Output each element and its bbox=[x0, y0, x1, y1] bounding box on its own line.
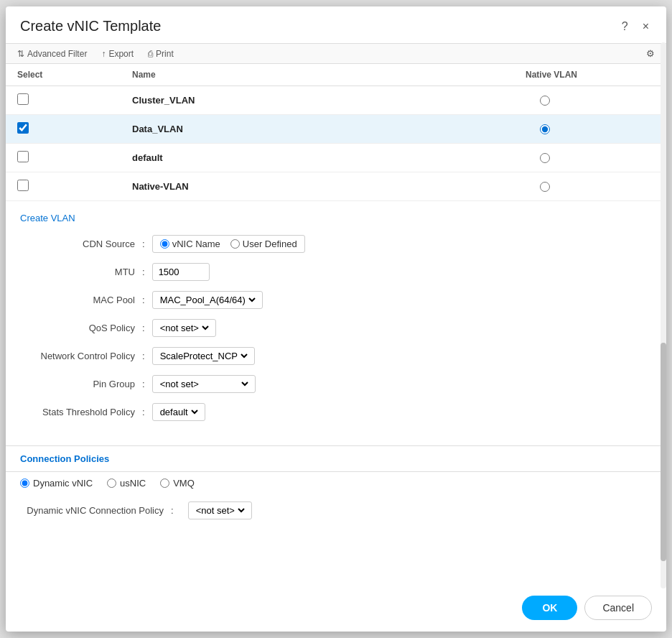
mac-pool-label: MAC Pool bbox=[20, 295, 142, 305]
export-button[interactable]: ↑ Export bbox=[101, 49, 134, 59]
row-default-native bbox=[526, 153, 655, 163]
mtu-control bbox=[152, 263, 210, 281]
mac-pool-row: MAC Pool : MAC_Pool_A(64/64) bbox=[20, 291, 652, 309]
stats-threshold-policy-select[interactable]: default bbox=[157, 406, 200, 418]
pin-group-select-wrapper: <not set> bbox=[152, 375, 256, 393]
col-native-vlan: Native VLAN bbox=[526, 70, 655, 80]
usnic-option[interactable]: usNIC bbox=[107, 478, 146, 489]
create-vnic-template-dialog: Create vNIC Template ? × ⇅ Advanced Filt… bbox=[6, 6, 666, 632]
row-data-vlan-name: Data_VLAN bbox=[132, 124, 526, 134]
row-select-cell bbox=[17, 180, 132, 193]
native-vlan-checkbox[interactable] bbox=[17, 180, 29, 191]
user-defined-option[interactable]: User Defined bbox=[230, 239, 297, 249]
stats-threshold-policy-control: default bbox=[152, 403, 205, 421]
header-icons: ? × bbox=[619, 19, 652, 34]
stats-select-wrapper: default bbox=[152, 403, 205, 421]
export-icon: ↑ bbox=[101, 49, 106, 59]
table-row: Data_VLAN bbox=[6, 115, 666, 144]
row-default-name: default bbox=[132, 152, 526, 163]
vmq-option[interactable]: VMQ bbox=[160, 478, 195, 489]
table-row: Native-VLAN bbox=[6, 172, 666, 201]
connection-type-row: Dynamic vNIC usNIC VMQ bbox=[20, 472, 652, 494]
dialog-title: Create vNIC Template bbox=[20, 18, 161, 34]
col-name: Name bbox=[132, 70, 526, 80]
cdn-source-label: CDN Source bbox=[20, 239, 142, 249]
dynamic-vnic-radio[interactable] bbox=[20, 478, 29, 488]
stats-threshold-policy-label: Stats Threshold Policy bbox=[20, 407, 142, 417]
usnic-radio[interactable] bbox=[107, 478, 116, 488]
qos-policy-select[interactable]: <not set> bbox=[157, 322, 211, 334]
row-cluster-vlan-native bbox=[526, 96, 655, 106]
dialog-header: Create vNIC Template ? × bbox=[6, 6, 666, 43]
pin-group-select[interactable]: <not set> bbox=[157, 378, 251, 390]
dynamic-vnic-option[interactable]: Dynamic vNIC bbox=[20, 478, 93, 489]
mtu-label: MTU bbox=[20, 267, 142, 277]
default-radio[interactable] bbox=[540, 153, 550, 163]
advanced-filter-button[interactable]: ⇅ Advanced Filter bbox=[17, 49, 87, 59]
user-defined-radio[interactable] bbox=[230, 239, 240, 249]
qos-policy-label: QoS Policy bbox=[20, 323, 142, 333]
dialog-footer: OK Cancel bbox=[6, 584, 666, 632]
cluster-vlan-radio[interactable] bbox=[540, 96, 550, 106]
row-cluster-vlan-name: Cluster_VLAN bbox=[132, 95, 526, 106]
cdn-source-control: vNIC Name User Defined bbox=[152, 235, 305, 253]
mtu-row: MTU : bbox=[20, 263, 652, 281]
network-control-policy-control: ScaleProtect_NCP bbox=[152, 347, 255, 365]
scrollbar[interactable] bbox=[661, 42, 666, 588]
default-checkbox[interactable] bbox=[17, 151, 29, 162]
cancel-button[interactable]: Cancel bbox=[584, 596, 652, 620]
dynamic-vnic-connection-row: Dynamic vNIC Connection Policy : <not se… bbox=[20, 501, 652, 519]
network-control-policy-row: Network Control Policy : ScaleProtect_NC… bbox=[20, 347, 652, 365]
native-vlan-radio[interactable] bbox=[540, 182, 550, 192]
create-vlan-link[interactable]: Create VLAN bbox=[20, 213, 75, 223]
col-select: Select bbox=[17, 70, 132, 80]
row-select-cell bbox=[17, 122, 132, 136]
scrollbar-thumb[interactable] bbox=[661, 343, 666, 561]
ok-button[interactable]: OK bbox=[522, 596, 577, 620]
dynamic-vnic-select-wrapper: <not set> bbox=[188, 501, 252, 519]
pin-group-control: <not set> bbox=[152, 375, 256, 393]
vnic-name-option[interactable]: vNIC Name bbox=[160, 239, 220, 249]
table-row: default bbox=[6, 144, 666, 172]
qos-policy-select-wrapper: <not set> bbox=[152, 319, 216, 337]
cdn-source-radio-group: vNIC Name User Defined bbox=[152, 235, 305, 253]
dynamic-vnic-connection-control: <not set> bbox=[188, 501, 252, 519]
pin-group-row: Pin Group : <not set> bbox=[20, 375, 652, 393]
mac-pool-select[interactable]: MAC_Pool_A(64/64) bbox=[157, 294, 258, 306]
row-data-vlan-native bbox=[526, 124, 655, 134]
mtu-input[interactable] bbox=[152, 263, 210, 281]
network-control-policy-label: Network Control Policy bbox=[20, 351, 142, 361]
filter-icon: ⇅ bbox=[17, 49, 24, 59]
form-section: CDN Source : vNIC Name User Defined MTU bbox=[6, 223, 666, 443]
vmq-radio[interactable] bbox=[160, 478, 169, 488]
qos-policy-row: QoS Policy : <not set> bbox=[20, 319, 652, 337]
data-vlan-radio[interactable] bbox=[540, 124, 550, 134]
print-icon: ⎙ bbox=[148, 49, 153, 59]
row-select-cell bbox=[17, 93, 132, 107]
dynamic-vnic-connection-label: Dynamic vNIC Connection Policy bbox=[20, 505, 171, 516]
row-native-vlan-name: Native-VLAN bbox=[132, 181, 526, 192]
close-button[interactable]: × bbox=[640, 19, 652, 34]
dynamic-vnic-connection-select[interactable]: <not set> bbox=[193, 504, 247, 517]
table-row: Cluster_VLAN bbox=[6, 86, 666, 115]
row-native-vlan-native bbox=[526, 182, 655, 192]
vlan-table: Cluster_VLAN Data_VLAN default bbox=[6, 86, 666, 201]
mac-pool-select-wrapper: MAC_Pool_A(64/64) bbox=[152, 291, 263, 309]
mac-pool-control: MAC_Pool_A(64/64) bbox=[152, 291, 263, 309]
cdn-source-row: CDN Source : vNIC Name User Defined bbox=[20, 235, 652, 253]
vnic-name-radio[interactable] bbox=[160, 239, 169, 249]
cluster-vlan-checkbox[interactable] bbox=[17, 93, 29, 105]
settings-icon[interactable]: ⚙ bbox=[646, 48, 655, 59]
ncp-select[interactable]: ScaleProtect_NCP bbox=[157, 350, 250, 362]
toolbar: ⇅ Advanced Filter ↑ Export ⎙ Print ⚙ bbox=[6, 43, 666, 64]
pin-group-label: Pin Group bbox=[20, 379, 142, 389]
ncp-select-wrapper: ScaleProtect_NCP bbox=[152, 347, 255, 365]
create-vlan-section: Create VLAN bbox=[6, 201, 666, 223]
row-select-cell bbox=[17, 151, 132, 165]
connection-policies-section: Connection Policies Dynamic vNIC usNIC V… bbox=[6, 445, 666, 530]
qos-policy-control: <not set> bbox=[152, 319, 216, 337]
print-button[interactable]: ⎙ Print bbox=[148, 49, 174, 59]
help-button[interactable]: ? bbox=[619, 19, 631, 34]
data-vlan-checkbox[interactable] bbox=[17, 122, 29, 134]
stats-threshold-policy-row: Stats Threshold Policy : default bbox=[20, 403, 652, 421]
